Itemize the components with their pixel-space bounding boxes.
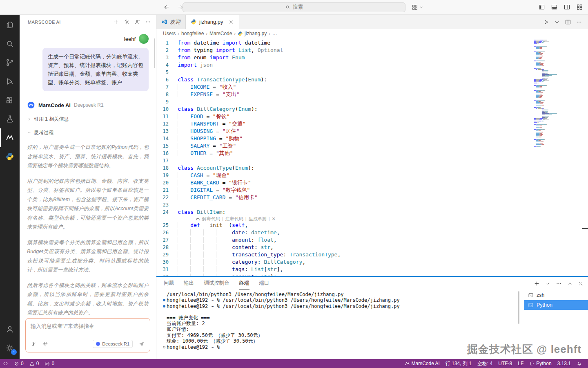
terminal-session-zsh[interactable]: zsh [524,290,588,300]
activity-item-python-env[interactable] [0,147,20,166]
chat-input[interactable]: 输入消息或者"/"来选择指令 Deepseek R1 [25,318,150,352]
toggle-secondary-sidebar-icon[interactable] [564,4,570,11]
codelens-separator: | [222,216,223,222]
editor-scrollbar[interactable] [582,38,588,276]
panel-tab-debug-console[interactable]: 调试控制台 [204,277,229,289]
new-chat-icon[interactable] [113,19,119,25]
close-icon[interactable] [228,19,234,25]
panel-tab-terminal[interactable]: 终端 [239,277,249,289]
status-remote[interactable] [0,359,11,368]
activity-item-marscode[interactable] [0,128,20,147]
status-warnings[interactable]: 0 [27,359,42,368]
search-box[interactable]: 搜索 [183,2,405,12]
new-terminal-icon[interactable] [534,280,540,287]
layout-presets-button[interactable] [412,4,423,11]
status-text: 空格: 4 [477,360,492,367]
status-indentation[interactable]: 空格: 4 [474,359,495,368]
activity-item-testing[interactable] [0,110,20,128]
model-selector[interactable]: Deepseek R1 [93,340,133,348]
editor[interactable]: 1from datetime import datetime2from typi… [156,38,588,276]
breadcrumb-separator: › [234,31,236,36]
minimap[interactable] [534,38,582,276]
status-python-version[interactable]: 3.13.1 [555,359,574,368]
tab-jizhang[interactable]: jizhang.py [186,15,239,29]
codelens-close[interactable]: ✕ [272,216,276,222]
terminal-line: 现金: 1000.00元 （减少了 30.50元） [161,338,524,344]
terminal-icon [528,302,534,308]
status-notifications[interactable] [574,359,585,368]
activity-item-run-debug[interactable] [0,72,20,91]
split-editor-icon[interactable] [565,19,571,25]
status-marscode[interactable]: MarsCode AI [402,359,443,368]
toggle-primary-sidebar-icon[interactable] [538,4,545,11]
status-text: 0 [36,361,39,366]
code-line: 31 tags: List[str], [156,266,534,273]
more-icon[interactable] [145,19,151,25]
back-icon[interactable] [163,4,170,11]
status-language[interactable]: Python [526,359,554,368]
context-icon[interactable] [42,341,48,347]
activity-item-settings[interactable]: 1 [0,339,20,357]
status-cursor-position[interactable]: 行 134, 列 1 [443,359,474,368]
maximize-icon[interactable] [567,280,573,287]
status-text: 行 134, 列 1 [445,360,472,367]
line-number: 30 [156,258,178,266]
settings-icon[interactable] [124,19,130,25]
activity-item-extensions[interactable] [0,91,20,110]
activity-item-search[interactable] [0,34,20,53]
breadcrumb-label: Users [163,31,176,36]
panel-tab-ports[interactable]: 端口 [259,277,270,289]
code-line: 14 SHOPPING = "购物" [156,135,534,142]
status-eol[interactable]: LF [515,359,526,368]
breadcrumb-item[interactable]: Users [163,31,176,36]
activity-item-explorer[interactable] [0,16,20,34]
activity-item-accounts[interactable] [0,320,20,339]
more-actions-icon[interactable] [576,19,582,25]
thinking-toggle[interactable]: 思考过程 [27,129,149,136]
codelens: 解释代码|注释代码|生成单测|✕ [156,216,534,222]
codelens-action[interactable]: 解释代码 [202,216,220,222]
panel-tab-output[interactable]: 输出 [184,277,194,289]
terminal-session-python[interactable]: Python [524,300,588,310]
code-text: HOUSING = "居住" [178,128,239,135]
tab-welcome[interactable]: 欢迎 [156,15,186,29]
search-icon [5,39,14,48]
python-icon [238,31,243,36]
customize-layout-icon[interactable] [576,4,583,11]
sidebar-scrollbar[interactable] [154,38,155,68]
toggle-panel-icon[interactable] [551,4,558,11]
breadcrumb-item[interactable]: … [272,31,277,36]
status-ports[interactable]: 0 [42,359,57,368]
codelens-action[interactable]: 注释代码 [225,216,243,222]
user-avatar [139,34,149,44]
terminal-profiles-icon[interactable] [545,280,551,287]
panel-tab-problems[interactable]: 问题 [164,277,174,289]
share-icon[interactable] [134,19,140,25]
run-file-icon[interactable] [543,19,549,25]
run-options-icon[interactable] [554,19,560,25]
codelens-action[interactable]: 生成单测 [249,216,267,222]
tab-label: jizhang.py [199,19,223,25]
more-icon[interactable] [556,280,562,287]
terminal-text: hongfeilee@192 ~ % [167,344,220,350]
activity-item-source-control[interactable] [0,53,20,72]
close-icon[interactable] [578,280,584,287]
references-toggle[interactable]: 引用 1 相关信息 [27,116,149,123]
send-icon[interactable] [138,341,145,348]
status-encoding[interactable]: UTF-8 [495,359,515,368]
status-errors[interactable]: 0 [11,359,27,368]
terminal-scrollbar[interactable] [518,291,519,324]
line-number: 21 [156,186,178,194]
breadcrumb-item[interactable]: jizhang.py [238,31,267,36]
terminal-line: /usr/local/bin/python3 /Users/hongfeilee… [161,292,524,297]
terminal-text: 现金: 1000.00元 （减少了 30.50元） [167,338,258,345]
breadcrumb-separator: › [269,31,270,36]
commands-icon[interactable] [31,341,37,347]
breadcrumb-item[interactable]: hongfeilee [181,31,204,36]
editor-actions [543,15,588,29]
breadcrumb-item[interactable]: MarsCode [209,31,232,36]
editor-group: 欢迎jizhang.py Users›hongfeilee›MarsCode›j… [156,15,588,359]
line-number: 4 [156,61,178,69]
terminal-output[interactable]: /usr/local/bin/python3 /Users/hongfeilee… [156,289,524,359]
command-success-dot [163,305,165,307]
